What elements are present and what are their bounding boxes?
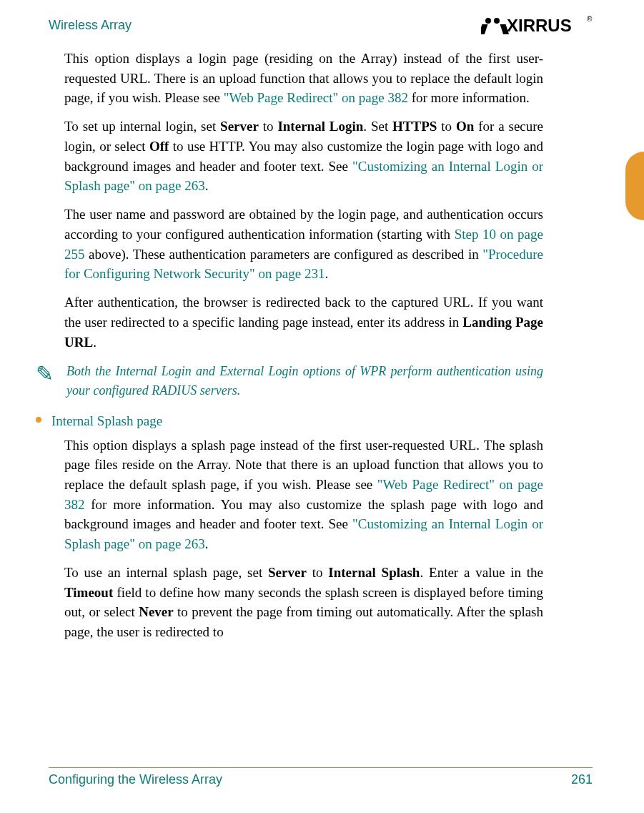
text: for more information. <box>408 90 530 105</box>
term-server-2: Server <box>268 565 307 580</box>
link-web-page-redirect[interactable]: "Web Page Redirect" on page 382 <box>224 90 408 105</box>
bullet-row: Internal Splash page <box>36 411 543 431</box>
content: This option displays a login page (resid… <box>64 44 543 642</box>
bullet-icon <box>36 417 41 423</box>
svg-text:®: ® <box>587 15 593 23</box>
footer-row: Configuring the Wireless Array 261 <box>49 772 593 787</box>
term-internal-login: Internal Login <box>277 119 363 134</box>
paragraph-5: This option displays a splash page inste… <box>64 435 543 554</box>
paragraph-1: This option displays a login page (resid… <box>64 49 543 108</box>
term-timeout: Timeout <box>64 585 113 600</box>
paragraph-4: After authentication, the browser is red… <box>64 292 543 352</box>
note-text: Both the Internal Login and External Log… <box>66 362 543 400</box>
page-number: 261 <box>571 772 593 787</box>
text: . <box>93 335 96 350</box>
paragraph-3: The user name and password are obtained … <box>64 205 543 284</box>
text: . Enter a value in the <box>420 565 543 580</box>
page: Wireless Array XIRRUS ® This option disp… <box>0 0 644 813</box>
bullet-heading: Internal Splash page <box>51 411 162 431</box>
text: To set up internal login, set <box>64 119 220 134</box>
paragraph-2: To set up internal login, set Server to … <box>64 117 543 196</box>
term-internal-splash: Internal Splash <box>328 565 420 580</box>
paragraph-6: To use an internal splash page, set Serv… <box>64 563 543 642</box>
header-title: Wireless Array <box>49 18 132 33</box>
term-on: On <box>456 119 474 134</box>
footer-rule <box>49 767 593 768</box>
footer-section-title: Configuring the Wireless Array <box>49 772 222 787</box>
svg-point-0 <box>485 18 491 24</box>
term-never: Never <box>139 604 174 619</box>
text: to <box>259 119 278 134</box>
text: above). These authentication parameters … <box>85 247 483 262</box>
svg-point-1 <box>494 18 500 24</box>
svg-rect-2 <box>481 24 487 34</box>
side-tab <box>625 152 644 220</box>
text: . <box>325 266 328 281</box>
text: to <box>307 565 328 580</box>
logo: XIRRUS ® <box>481 14 593 36</box>
term-off: Off <box>149 139 169 154</box>
logo-text: XIRRUS <box>507 16 572 35</box>
text: . Set <box>363 119 392 134</box>
text: . <box>205 178 209 193</box>
text: to <box>437 119 456 134</box>
term-server: Server <box>220 119 259 134</box>
term-https: HTTPS <box>392 119 437 134</box>
text: . <box>205 536 209 551</box>
note-block: ✎ Both the Internal Login and External L… <box>64 362 543 400</box>
page-footer: Configuring the Wireless Array 261 <box>49 767 593 787</box>
note-icon: ✎ <box>36 363 54 385</box>
page-header: Wireless Array XIRRUS ® <box>49 14 593 36</box>
text: To use an internal splash page, set <box>64 565 268 580</box>
